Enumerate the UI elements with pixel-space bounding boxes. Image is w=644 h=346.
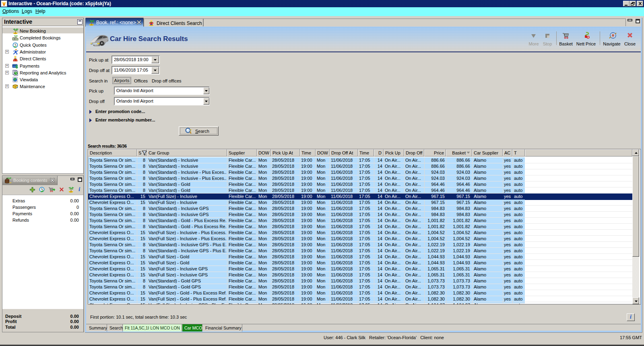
svg-text:$: $ — [15, 64, 18, 69]
